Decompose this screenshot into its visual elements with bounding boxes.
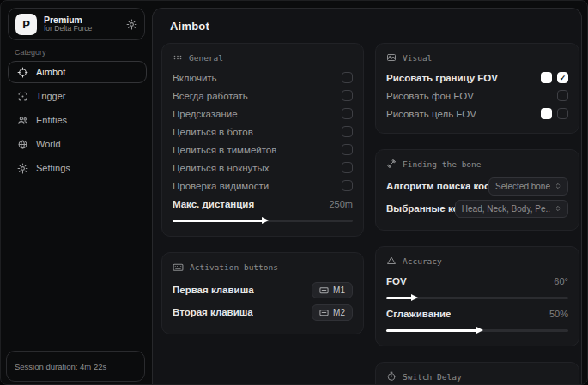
slider-fill xyxy=(173,220,263,222)
activation-card-header: Activation buttons xyxy=(173,262,353,273)
fov-slider[interactable] xyxy=(386,297,568,299)
dropdown-value: Selected bone xyxy=(495,182,550,191)
switch-delay-card: Switch Delay Задержка переключения Задер… xyxy=(375,362,579,385)
general-card: General Включить Всегда работать Предска… xyxy=(161,43,364,237)
slider-thumb[interactable] xyxy=(411,294,418,301)
session-card: Session duration: 4m 22s xyxy=(6,351,145,382)
row-label: Рисовать фон FOV xyxy=(386,91,474,101)
accuracy-card-header: Accuracy xyxy=(386,256,568,266)
visual-row-fov-target: Рисовать цель FOV xyxy=(386,105,568,123)
section-title: Finding the bone xyxy=(403,159,482,169)
sidebar-item-entities[interactable]: Entities xyxy=(8,109,147,131)
sidebar-item-label: Settings xyxy=(36,163,70,173)
row-label: Первая клавиша xyxy=(173,285,254,295)
toggle-row-aim-knocked: Целиться в нокнутых xyxy=(173,159,353,177)
keybind-row-second: Вторая клавиша M2 xyxy=(173,301,353,323)
row-label: Рисовать границу FOV xyxy=(386,73,498,83)
sidebar-item-settings[interactable]: Settings xyxy=(8,157,147,179)
checkbox[interactable] xyxy=(557,108,568,119)
keybind-button-first[interactable]: M1 xyxy=(312,282,353,298)
max-distance-row: Макс. дистанция 250m xyxy=(173,195,353,213)
row-label: Алгоритм поиска костей xyxy=(386,181,488,191)
toggle-row-visibility-check: Проверка видимости xyxy=(173,177,353,195)
world-icon xyxy=(17,139,28,150)
slider-thumb[interactable] xyxy=(476,327,483,334)
slider-value: 60° xyxy=(554,276,568,286)
checkbox[interactable] xyxy=(342,144,353,155)
checkbox[interactable] xyxy=(342,180,353,191)
session-duration: Session duration: 4m 22s xyxy=(15,362,106,371)
keybind-value: M2 xyxy=(333,308,345,317)
sidebar-item-label: Aimbot xyxy=(36,67,65,77)
keyboard-icon xyxy=(173,262,184,273)
entities-icon xyxy=(17,115,28,126)
checkbox[interactable] xyxy=(342,108,353,119)
sidebar-item-label: Trigger xyxy=(36,91,65,101)
sidebar: P Premium for Delta Force Category xyxy=(1,1,152,385)
row-label: Проверка видимости xyxy=(173,181,269,191)
slider-thumb[interactable] xyxy=(262,217,269,224)
dropdown-value: Head, Neck, Body, Pe.. xyxy=(462,204,550,214)
crosshair-icon xyxy=(17,67,28,78)
bone-selected-row: Выбранные кости Head, Neck, Body, Pe.. xyxy=(386,197,568,220)
chevron-up-down-icon xyxy=(555,182,561,190)
slider-label: Макс. дистанция xyxy=(173,199,254,209)
sidebar-item-label: World xyxy=(36,139,61,149)
bone-icon xyxy=(386,159,397,169)
row-label: Целиться в тиммейтов xyxy=(173,145,276,155)
sidebar-nav: Aimbot Trigger Entities xyxy=(8,61,147,181)
color-swatch[interactable] xyxy=(541,108,552,119)
fov-row: FOV 60° xyxy=(386,272,568,290)
general-card-header: General xyxy=(173,52,353,63)
visual-row-fov-border: Рисовать границу FOV ✓ xyxy=(386,69,568,87)
bone-algorithm-select[interactable]: Selected bone xyxy=(488,177,568,196)
checkbox[interactable] xyxy=(342,162,353,173)
section-title: Accuracy xyxy=(403,256,442,266)
image-icon xyxy=(386,52,397,63)
bones-select[interactable]: Head, Neck, Body, Pe.. xyxy=(455,200,568,218)
max-distance-slider[interactable] xyxy=(173,220,353,222)
visual-card: Visual Рисовать границу FOV ✓ Рисовать ф… xyxy=(375,43,579,134)
smoothing-row: Сглаживание 50% xyxy=(386,304,568,322)
content-columns: General Включить Всегда работать Предска… xyxy=(153,33,581,385)
keybind-value: M1 xyxy=(333,286,345,295)
settings-gear-icon xyxy=(17,163,28,174)
toggle-row-prediction: Предсказание xyxy=(173,105,353,123)
slider-label: FOV xyxy=(386,276,407,286)
sidebar-item-aimbot[interactable]: Aimbot xyxy=(8,61,147,83)
right-column: Visual Рисовать границу FOV ✓ Рисовать ф… xyxy=(375,43,579,385)
checkbox[interactable] xyxy=(342,72,353,83)
slider-value: 50% xyxy=(549,309,568,319)
accuracy-card: Accuracy FOV 60° Сглаживание 50% xyxy=(375,246,579,346)
category-label: Category xyxy=(15,48,46,57)
checkbox[interactable] xyxy=(342,126,353,137)
row-label: Рисовать цель FOV xyxy=(386,109,476,119)
sidebar-item-world[interactable]: World xyxy=(8,133,147,155)
slider-fill xyxy=(386,297,412,299)
row-label: Всегда работать xyxy=(173,91,248,101)
row-label: Целиться в ботов xyxy=(173,127,253,137)
checkbox-checked[interactable]: ✓ xyxy=(557,72,568,83)
row-controls xyxy=(541,108,568,119)
keybind-row-first: Первая клавиша M1 xyxy=(173,279,353,301)
color-swatch[interactable] xyxy=(541,72,552,83)
check-icon: ✓ xyxy=(560,74,567,82)
checkbox[interactable] xyxy=(342,90,353,101)
checkbox[interactable] xyxy=(557,90,568,101)
left-column: General Включить Всегда работать Предска… xyxy=(161,43,364,350)
bone-algorithm-row: Алгоритм поиска костей Selected bone xyxy=(386,175,568,197)
smoothing-slider[interactable] xyxy=(386,329,568,332)
row-label: Предсказание xyxy=(173,109,238,119)
visual-row-fov-background: Рисовать фон FOV xyxy=(386,87,568,105)
app-window: P Premium for Delta Force Category xyxy=(0,0,588,385)
row-controls: ✓ xyxy=(541,72,568,83)
sidebar-item-trigger[interactable]: Trigger xyxy=(8,85,147,107)
keybind-button-second[interactable]: M2 xyxy=(312,304,353,321)
brand-subtitle: for Delta Force xyxy=(44,25,119,33)
row-label: Вторая клавиша xyxy=(173,307,253,317)
toggle-row-aim-teammates: Целиться в тиммейтов xyxy=(173,141,353,159)
toggle-row-enable: Включить xyxy=(173,69,353,87)
section-title: Switch Delay xyxy=(403,372,462,382)
gear-icon[interactable] xyxy=(126,19,137,30)
brand-logo: P xyxy=(15,14,37,35)
